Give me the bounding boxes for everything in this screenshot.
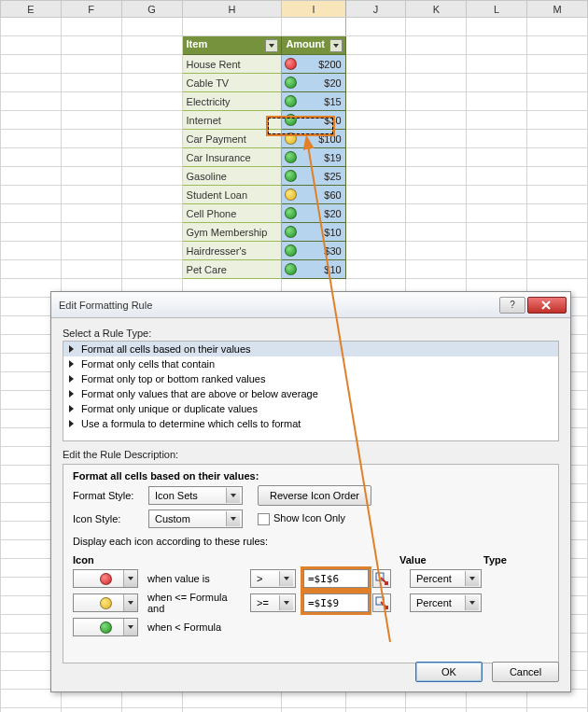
triangle-icon <box>69 345 77 353</box>
triangle-icon <box>69 420 77 427</box>
table-row-amount[interactable]: $10 <box>282 223 345 242</box>
ok-button[interactable]: OK <box>415 662 483 682</box>
triangle-icon <box>69 375 77 383</box>
icon-selector[interactable] <box>73 569 138 588</box>
column-header[interactable]: G <box>121 1 182 18</box>
traffic-light-icon <box>100 573 112 585</box>
column-header[interactable]: H <box>182 1 282 18</box>
triangle-icon <box>69 360 77 368</box>
traffic-light-icon <box>285 263 297 275</box>
table-row-amount[interactable]: $30 <box>282 242 345 260</box>
table-row-amount[interactable]: $15 <box>282 92 345 111</box>
table-header-amount[interactable]: Amount <box>282 36 345 55</box>
traffic-light-icon <box>100 597 112 609</box>
type-combo[interactable]: Percent <box>410 593 482 612</box>
traffic-light-icon <box>285 207 297 219</box>
rule-type-item[interactable]: Format only cells that contain <box>63 356 558 371</box>
table-row-item[interactable]: Gym Membership <box>182 223 282 242</box>
type-combo[interactable]: Percent <box>410 569 482 588</box>
table-row-amount[interactable]: $60 <box>282 186 345 204</box>
rule-description-area: Format all cells based on their values: … <box>63 464 559 663</box>
rule-type-item[interactable]: Use a formula to determine which cells t… <box>63 416 558 431</box>
help-button[interactable]: ? <box>499 297 525 314</box>
operator-combo[interactable]: > <box>250 569 296 588</box>
format-style-combo[interactable]: Icon Sets <box>148 486 243 505</box>
selected-cell-highlight <box>266 116 335 136</box>
rule-condition-text: when < Formula <box>142 621 246 633</box>
column-header[interactable]: E <box>1 1 62 18</box>
column-header[interactable]: I <box>282 1 345 18</box>
cancel-button[interactable]: Cancel <box>492 662 559 682</box>
column-header[interactable]: F <box>61 1 121 18</box>
display-rules-text: Display each icon according to these rul… <box>73 536 549 547</box>
column-header[interactable]: M <box>526 1 587 18</box>
select-rule-type-label: Select a Rule Type: <box>63 328 559 339</box>
table-row-item[interactable]: Hairdresser's <box>182 242 282 260</box>
rule-type-list[interactable]: Format all cells based on their valuesFo… <box>63 341 559 441</box>
table-row-item[interactable]: Pet Care <box>182 260 282 279</box>
traffic-light-icon <box>285 77 297 89</box>
column-header[interactable]: K <box>406 1 467 18</box>
table-row-item[interactable]: Cell Phone <box>182 204 282 223</box>
triangle-icon <box>69 390 77 398</box>
traffic-light-icon <box>285 95 297 107</box>
traffic-light-icon <box>285 151 297 163</box>
traffic-light-icon <box>285 188 297 201</box>
operator-combo[interactable]: >= <box>250 593 296 612</box>
filter-icon[interactable] <box>329 39 343 52</box>
value-input[interactable]: =$I$6 <box>303 569 369 588</box>
table-row-item[interactable]: Student Loan <box>182 186 282 204</box>
icon-selector[interactable] <box>73 618 138 636</box>
rule-condition-text: when value is <box>142 573 246 584</box>
traffic-light-icon <box>285 58 297 70</box>
icon-rule-row: when < Formula <box>73 618 549 636</box>
table-row-item[interactable]: House Rent <box>182 55 282 74</box>
col-type: Type <box>483 554 507 565</box>
table-row-amount[interactable]: $19 <box>282 148 345 167</box>
table-row-item[interactable]: Electricity <box>182 92 282 111</box>
format-style-label: Format Style: <box>73 490 143 501</box>
rule-type-item[interactable]: Format all cells based on their values <box>63 342 558 356</box>
value-input[interactable]: =$I$9 <box>303 593 369 612</box>
edit-rule-description-label: Edit the Rule Description: <box>63 449 559 460</box>
dialog-title: Edit Formatting Rule <box>59 300 152 311</box>
icon-rule-row: when <= Formula and>==$I$9Percent <box>73 592 549 614</box>
table-row-item[interactable]: Car Insurance <box>182 148 282 167</box>
triangle-icon <box>69 405 77 412</box>
table-header-item[interactable]: Item <box>182 36 282 55</box>
rule-type-item[interactable]: Format only values that are above or bel… <box>63 386 558 401</box>
icon-rule-row: when value is>=$I$6Percent <box>73 569 549 588</box>
show-icon-only-checkbox[interactable]: Show Icon Only <box>258 512 345 525</box>
table-row-item[interactable]: Cable TV <box>182 74 282 92</box>
icon-style-combo[interactable]: Custom <box>148 510 243 528</box>
icon-style-label: Icon Style: <box>73 513 143 524</box>
icon-selector[interactable] <box>73 593 138 612</box>
traffic-light-icon <box>285 226 297 238</box>
table-row-amount[interactable]: $20 <box>282 204 345 223</box>
dialog-titlebar[interactable]: Edit Formatting Rule ? <box>51 292 570 318</box>
range-selector-button[interactable] <box>372 569 391 588</box>
range-selector-button[interactable] <box>372 593 391 612</box>
column-header[interactable]: J <box>345 1 406 18</box>
reverse-icon-order-button[interactable]: Reverse Icon Order <box>258 485 371 506</box>
traffic-light-icon <box>100 621 112 634</box>
traffic-light-icon <box>285 170 297 182</box>
edit-formatting-rule-dialog: Edit Formatting Rule ? Select a Rule Typ… <box>50 291 571 692</box>
rule-condition-text: when <= Formula and <box>142 592 246 614</box>
table-row-amount[interactable]: $200 <box>282 55 345 74</box>
table-row-amount[interactable]: $10 <box>282 260 345 279</box>
col-icon: Icon <box>73 554 231 565</box>
format-heading: Format all cells based on their values: <box>73 470 549 482</box>
filter-icon[interactable] <box>265 39 278 52</box>
table-row-item[interactable]: Gasoline <box>182 167 282 186</box>
column-header[interactable]: L <box>467 1 527 18</box>
traffic-light-icon <box>285 244 297 257</box>
table-row-amount[interactable]: $20 <box>282 74 345 92</box>
rule-type-item[interactable]: Format only top or bottom ranked values <box>63 371 558 386</box>
rule-type-item[interactable]: Format only unique or duplicate values <box>63 401 558 416</box>
close-button[interactable] <box>527 297 567 314</box>
col-value: Value <box>399 554 483 565</box>
table-row-amount[interactable]: $25 <box>282 167 345 186</box>
